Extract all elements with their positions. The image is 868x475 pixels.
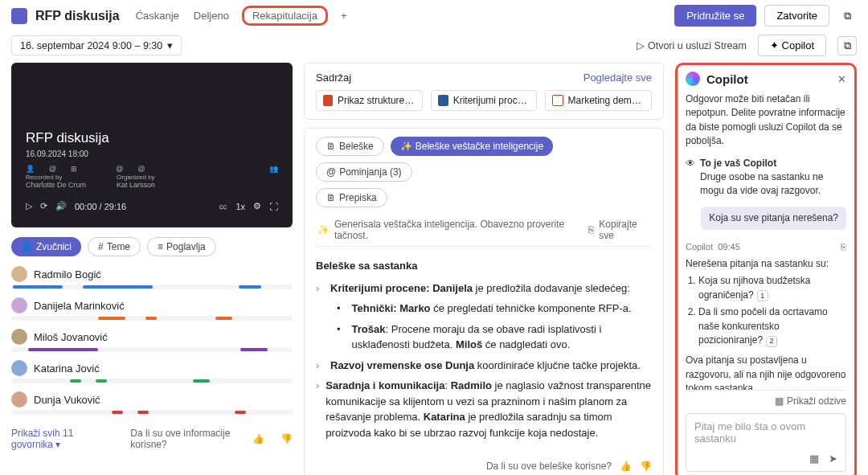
speakers-pill[interactable]: 👤 Zvučnici (11, 237, 81, 256)
helpful-label: Da li su ove informacije korisne? (130, 428, 236, 450)
chevron-right-icon[interactable]: › (316, 358, 324, 374)
avatar (11, 329, 27, 345)
word-icon (438, 95, 448, 106)
show-all-speakers-link[interactable]: Prikaži svih 11 govornika ▾ (11, 428, 98, 450)
page-title: RFP diskusija (35, 9, 120, 23)
file-chip[interactable]: Kriterijumi procen... (431, 90, 538, 111)
chevron-right-icon[interactable]: › (316, 378, 319, 440)
speaker-row[interactable]: Katarina Jović (11, 360, 293, 383)
tab-shared[interactable]: Deljeno (192, 6, 231, 25)
copy-all-link[interactable]: Kopirajte sve (599, 219, 650, 241)
copilot-input[interactable]: Pitaj me bilo šta o ovom sastanku ▦ ➤ (686, 413, 846, 472)
avatar (11, 360, 27, 376)
speakers-list: Radmilo Bogić Danijela Marinković Miloš … (11, 266, 293, 423)
show-prompts-link[interactable]: Prikaži odzive (787, 395, 846, 407)
close-button[interactable]: Zatvorite (764, 5, 829, 27)
copilot-name: Copilot (686, 241, 713, 254)
tab-chat[interactable]: Ćaskanje (134, 6, 181, 25)
themes-pill[interactable]: # Teme (88, 237, 141, 256)
speaker-row[interactable]: Dunja Vuković (11, 391, 293, 415)
prompt-grid-icon[interactable]: ▦ (809, 452, 819, 465)
copilot-answer-intro: Nerešena pitanja na sastanku su: (686, 257, 846, 271)
notes-helpful-label: Da li su ove beleške korisne? (486, 461, 612, 472)
copilot-time: 09:45 (718, 241, 740, 254)
ref-badge[interactable]: 2 (766, 336, 777, 347)
avatar (11, 391, 27, 407)
fullscreen-icon[interactable]: ⛶ (269, 202, 278, 211)
speed-label[interactable]: 1x (235, 202, 245, 211)
speaker-row[interactable]: Miloš Jovanović (11, 329, 293, 352)
video-file-icon (552, 95, 563, 106)
settings-icon[interactable]: ⚙ (253, 201, 261, 211)
tab-mentions[interactable]: @ Pominjanja (3) (316, 162, 412, 182)
copilot-toggle-button[interactable]: ✦ Copilot (758, 35, 826, 56)
copilot-logo-icon (686, 72, 700, 86)
video-time: 00:00 / 29:16 (75, 202, 126, 211)
video-player[interactable]: RFP diskusija 16.09.2024 18:00 👤 @⊞ @@ 👥… (11, 63, 293, 227)
user-message: Koja su sve pitanja nerešena? (701, 207, 846, 230)
volume-icon[interactable]: 🔊 (55, 201, 67, 211)
see-all-link[interactable]: Pogledajte sve (583, 72, 652, 84)
skip-icon[interactable]: ⟳ (40, 201, 47, 211)
join-button[interactable]: Pridružite se (674, 5, 756, 27)
video-datetime: 16.09.2024 18:00 (26, 149, 278, 158)
copilot-input-placeholder: Pitaj me bilo šta o ovom sastanku (694, 420, 837, 444)
speaker-row[interactable]: Radmilo Bogić (11, 266, 293, 289)
content-title: Sadržaj (316, 72, 351, 84)
notes-card: 🗎 Beleške ✨ Beleške veštačke inteligenci… (304, 128, 664, 475)
thumbs-up-icon[interactable]: 👍 (252, 433, 264, 444)
copilot-panel: Copilot ✕ Odgovor može biti netačan ili … (675, 63, 857, 475)
chevron-down-icon: ▾ (167, 39, 173, 51)
play-icon[interactable]: ▷ (26, 201, 32, 211)
powerpoint-icon (323, 95, 333, 106)
ref-badge[interactable]: 1 (757, 290, 768, 301)
more-icon[interactable]: ⧉ (837, 36, 857, 55)
eye-icon: 👁 (686, 157, 695, 199)
meeting-date-chip[interactable]: 16. septembar 2024 9:00 – 9:30 ▾ (11, 35, 182, 55)
tab-transcript[interactable]: 🗎 Prepiska (316, 188, 387, 207)
tab-ai-notes[interactable]: ✨ Beleške veštačke inteligencije (391, 137, 553, 156)
tab-recap[interactable]: Rekapitulacija (242, 6, 328, 26)
ai-disclaimer: Generisala veštačka inteligencija. Obave… (334, 219, 579, 241)
speaker-row[interactable]: Danijela Marinković (11, 297, 293, 321)
file-chip[interactable]: Prikaz strukture pro... (316, 90, 423, 111)
content-card: Sadržaj Pogledajte sve Prikaz strukture … (304, 63, 664, 120)
date-text: 16. septembar 2024 9:00 – 9:30 (20, 40, 162, 51)
avatar (11, 266, 27, 282)
thumbs-up-icon[interactable]: 👍 (620, 461, 632, 472)
tab-notes[interactable]: 🗎 Beleške (316, 137, 384, 156)
thumbs-down-icon[interactable]: 👎 (640, 461, 652, 472)
add-tab-button[interactable]: + (339, 6, 349, 25)
avatar (11, 297, 27, 313)
copilot-disclaimer: Odgovor može biti netačan ili nepotpun. … (686, 92, 846, 149)
copy-response-icon[interactable]: ⎘ (841, 241, 846, 254)
file-chip[interactable]: Marketing demo f... (545, 90, 652, 111)
notes-heading: Beleške sa sastanka (316, 258, 652, 274)
thumbs-down-icon[interactable]: 👎 (280, 433, 293, 444)
copilot-title: Copilot (706, 72, 831, 86)
grid-icon[interactable]: ▦ (775, 395, 784, 407)
group-icon: 👥 (269, 165, 278, 173)
chapters-pill[interactable]: ≡ Poglavlja (147, 237, 216, 256)
sparkle-icon: ✨ (317, 224, 330, 235)
popout-icon[interactable]: ⧉ (837, 6, 857, 26)
copilot-answer-outro: Ova pitanja su postavljena u razgovoru, … (686, 354, 846, 390)
tabs: Ćaskanje Deljeno Rekapitulacija + (134, 6, 349, 26)
close-panel-icon[interactable]: ✕ (837, 73, 846, 85)
chevron-right-icon[interactable]: › (316, 280, 324, 297)
video-title: RFP diskusija (26, 130, 278, 146)
cc-icon[interactable]: ㏄ (219, 200, 227, 212)
your-copilot-title: To je vaš Copilot (700, 158, 776, 169)
person-icon: 👤 (26, 165, 35, 173)
send-icon[interactable]: ➤ (829, 452, 837, 465)
answer-item: Da li smo počeli da ocrtavamo naše konku… (698, 305, 846, 347)
your-copilot-text: Druge osobe na sastanku ne mogu da vide … (700, 170, 846, 199)
answer-item: Koja su njihova budžetska ograničenja?1 (698, 274, 846, 302)
copy-icon[interactable]: ⎘ (588, 224, 594, 235)
app-icon (11, 8, 27, 24)
open-stream-link[interactable]: ▷ Otvori u usluzi Stream (637, 39, 746, 51)
